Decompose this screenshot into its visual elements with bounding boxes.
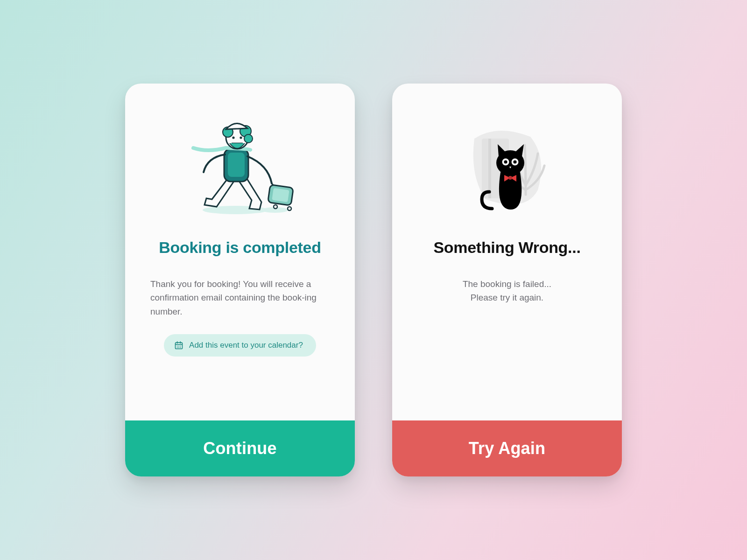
continue-button-label: Continue: [203, 439, 277, 458]
success-description: Thank you for booking! You will receive …: [150, 277, 330, 318]
svg-point-24: [180, 347, 181, 348]
continue-button[interactable]: Continue: [125, 420, 355, 476]
try-again-button-label: Try Again: [469, 439, 546, 458]
traveler-with-suitcase-icon: [150, 115, 330, 223]
svg-point-13: [274, 205, 277, 209]
error-description-line2: Please try it again.: [471, 293, 543, 302]
svg-rect-12: [272, 188, 289, 202]
error-card-body: Something Wrong... The booking is failed…: [392, 84, 622, 420]
calendar-icon: [174, 341, 183, 350]
success-card-body: Booking is completed Thank you for booki…: [125, 84, 355, 420]
svg-rect-26: [488, 139, 491, 198]
black-cat-icon: [417, 115, 597, 223]
svg-point-32: [508, 176, 512, 180]
svg-rect-3: [228, 153, 245, 177]
error-card: Something Wrong... The booking is failed…: [392, 84, 622, 476]
add-to-calendar-chip[interactable]: Add this event to your calendar?: [164, 334, 316, 357]
svg-point-30: [504, 160, 507, 163]
svg-point-22: [177, 347, 178, 348]
svg-point-14: [288, 207, 291, 210]
svg-point-31: [513, 160, 516, 163]
add-to-calendar-label: Add this event to your calendar?: [189, 341, 303, 350]
error-description: The booking is failed... Please try it a…: [417, 277, 597, 305]
try-again-button[interactable]: Try Again: [392, 420, 622, 476]
svg-point-20: [178, 346, 179, 347]
success-card: Booking is completed Thank you for booki…: [125, 84, 355, 476]
svg-point-23: [178, 347, 179, 348]
success-title: Booking is completed: [159, 238, 321, 257]
svg-point-7: [244, 134, 253, 143]
svg-point-8: [232, 136, 234, 139]
svg-point-19: [177, 346, 178, 347]
error-title: Something Wrong...: [433, 238, 580, 257]
error-description-line1: The booking is failed...: [463, 279, 551, 289]
svg-point-21: [180, 346, 181, 347]
svg-point-9: [240, 136, 242, 139]
